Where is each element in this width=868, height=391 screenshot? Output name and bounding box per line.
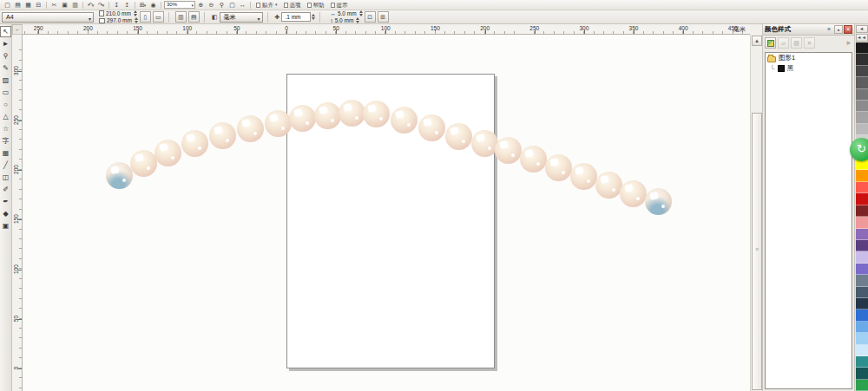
color-swatch[interactable] — [856, 101, 868, 112]
eyedropper-tool[interactable]: ✐ — [0, 184, 11, 195]
color-swatch[interactable] — [856, 380, 868, 391]
zoom-width[interactable]: ↔ — [238, 1, 247, 10]
pick-tool[interactable]: ↖ — [0, 26, 11, 37]
pearl-16[interactable] — [495, 137, 522, 164]
all-pages-button[interactable]: ▥ — [175, 11, 187, 23]
color-swatch[interactable] — [856, 170, 868, 181]
pearl-12[interactable] — [391, 107, 418, 134]
paper-width-field[interactable]: 210.0 mm — [106, 10, 131, 16]
color-swatch[interactable] — [856, 345, 868, 356]
dimension-tool[interactable]: ╱ — [0, 160, 11, 171]
pearl-9[interactable] — [314, 102, 341, 129]
color-swatch[interactable] — [856, 229, 868, 240]
color-swatch[interactable] — [856, 54, 868, 65]
table-tool[interactable]: ▦ — [0, 147, 11, 159]
print[interactable]: ⊟ — [34, 1, 43, 10]
treat-as-filled-button[interactable]: ⊞ — [378, 11, 389, 23]
scroll-up-button[interactable]: ▲ — [752, 36, 762, 46]
blend-tool[interactable]: ◫ — [0, 172, 11, 183]
import[interactable]: ↧ — [112, 1, 122, 10]
ellipse-tool[interactable]: ○ — [0, 99, 11, 110]
scrollbar-thumb[interactable] — [752, 113, 762, 390]
cut[interactable]: ✂ — [49, 1, 59, 10]
pearl-19[interactable] — [570, 163, 597, 190]
application-launcher[interactable]: ⊞▾ — [138, 1, 148, 10]
current-page-button[interactable]: ▤ — [188, 11, 200, 23]
pearl-20[interactable] — [595, 172, 622, 199]
docker-collapse-button[interactable]: ▪ — [834, 25, 843, 34]
export[interactable]: ↥ — [122, 1, 132, 10]
zoom-selection[interactable]: ⚲ — [217, 1, 227, 10]
freehand-tool[interactable]: ✎ — [0, 62, 11, 74]
paper-height-field[interactable]: 297.0 mm — [107, 17, 132, 23]
options-button[interactable]: 选项 — [281, 1, 304, 10]
color-swatch[interactable] — [856, 333, 868, 344]
color-swatch[interactable] — [856, 251, 868, 263]
color-swatch[interactable] — [856, 240, 868, 251]
color-swatch[interactable] — [856, 322, 868, 333]
redo[interactable]: ↷▾ — [96, 1, 106, 10]
color-swatch[interactable] — [856, 66, 868, 77]
help-button[interactable]: 帮助 — [305, 1, 327, 10]
color-swatch[interactable] — [856, 182, 868, 193]
copy[interactable]: ▣ — [60, 1, 69, 10]
paper-height-spinner[interactable] — [135, 17, 138, 23]
color-swatch[interactable] — [856, 368, 868, 379]
pearl-1[interactable] — [106, 162, 133, 189]
duplicate-y-spinner[interactable] — [356, 17, 359, 23]
duplicate-x-spinner[interactable] — [359, 10, 363, 16]
duplicate-y-field[interactable]: 5.0 mm — [335, 17, 354, 23]
palette-scroll-button[interactable]: ◄◄ — [856, 34, 868, 42]
new-document[interactable]: ▢ — [3, 1, 12, 10]
color-swatch[interactable] — [856, 42, 868, 54]
pearl-11[interactable] — [363, 101, 390, 127]
fill-tool[interactable]: ◆ — [0, 208, 11, 219]
pearl-6[interactable] — [237, 115, 264, 142]
pearl-2[interactable] — [130, 150, 157, 177]
zoom-out[interactable]: ⊖ — [207, 1, 216, 10]
text-tool[interactable]: 字 — [0, 135, 11, 147]
color-swatch[interactable] — [856, 193, 868, 205]
snap-settings-button[interactable]: ⊡ — [365, 11, 376, 23]
interactive-fill-tool[interactable]: ▣ — [0, 220, 11, 231]
new-child-color-button[interactable]: ▱ — [778, 37, 789, 49]
color-swatch[interactable] — [856, 205, 868, 217]
polygon-tool[interactable]: △ — [0, 111, 11, 122]
color-swatch[interactable] — [856, 89, 868, 101]
docker-chevron-button[interactable]: » — [825, 25, 833, 34]
paper-width-spinner[interactable] — [134, 10, 137, 16]
auto-create-styles-icon[interactable]: ► — [845, 39, 852, 47]
pearl-17[interactable] — [520, 146, 547, 173]
pearl-10[interactable] — [339, 100, 365, 127]
corel-online[interactable]: ◉ — [148, 1, 158, 10]
paper-preset-combo[interactable]: A4 — [2, 12, 94, 23]
new-color-style-button[interactable] — [765, 37, 776, 49]
tree-item-graphic1[interactable]: 图形1 — [766, 53, 852, 63]
delete-color-style-button[interactable]: ✕ — [804, 37, 815, 49]
nudge-spinner[interactable] — [312, 14, 315, 20]
color-swatch[interactable] — [856, 356, 868, 368]
units-combo[interactable]: 毫米 — [220, 12, 263, 23]
snap-button[interactable]: 贴齐▾ — [253, 1, 280, 10]
color-swatch[interactable] — [856, 77, 868, 88]
color-swatch[interactable] — [856, 264, 868, 275]
outline-pen-tool[interactable]: ✒ — [0, 196, 11, 207]
horizontal-ruler[interactable]: 2502001501005005010015020025030035040045… — [23, 24, 750, 35]
drawing-canvas[interactable] — [23, 35, 750, 391]
undo[interactable]: ↶▾ — [86, 1, 95, 10]
vertical-ruler[interactable]: 050100150200250300 — [12, 35, 23, 391]
palette-flyout-button[interactable]: ◄ — [856, 25, 868, 33]
docker-close-button[interactable]: ✕ — [844, 25, 852, 34]
zoom-in[interactable]: ⊕ — [196, 1, 206, 10]
landscape-button[interactable]: ▭ — [153, 11, 164, 23]
tree-item-black[interactable]: └ 黑 — [766, 63, 852, 74]
pearl-21[interactable] — [620, 180, 647, 207]
rectangle-tool[interactable]: ▭ — [0, 87, 11, 98]
paste[interactable]: ▥ — [70, 1, 80, 10]
duplicate-x-field[interactable]: 5.0 mm — [338, 10, 357, 16]
color-swatch[interactable] — [856, 112, 868, 123]
pearl-15[interactable] — [471, 130, 498, 157]
hints-button[interactable]: 提示 — [328, 1, 351, 10]
color-swatch[interactable] — [856, 287, 868, 298]
nudge-field[interactable]: .1 mm — [281, 12, 311, 22]
